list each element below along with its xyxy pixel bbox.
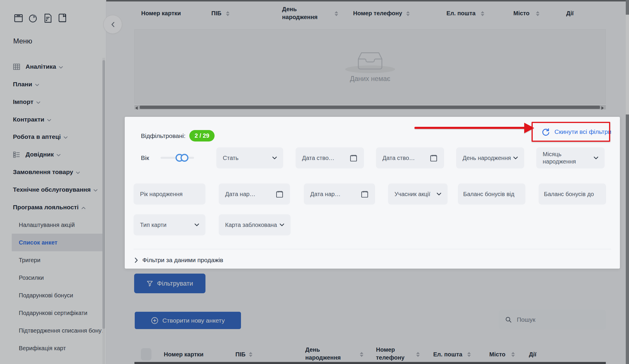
sidebar-item-goods-order[interactable]: Замовлення товару: [0, 163, 106, 181]
search-icon: [505, 316, 512, 323]
empty-inbox-icon: [357, 51, 384, 71]
chevron-left-icon: [111, 22, 115, 27]
sort-icon[interactable]: [467, 352, 471, 357]
calendar-icon: [276, 190, 284, 198]
sort-icon[interactable]: [335, 11, 338, 16]
sidebar-item-analytics[interactable]: Аналітика: [0, 58, 106, 75]
sidebar-item-contracts[interactable]: Контракти: [0, 111, 106, 128]
column-phone: Номертелефону: [376, 346, 404, 362]
sidebar-subitem-gift-certificates[interactable]: Подарункові сертифікати: [0, 304, 105, 322]
card-type-select[interactable]: Тип карти: [134, 214, 205, 235]
chip-label: Дата нар…: [225, 191, 255, 198]
grid-icon: [13, 63, 20, 70]
sidebar-item-label: Імпорт: [13, 98, 33, 105]
chip-label: Тип карти: [140, 222, 166, 228]
sidebar-item-directory[interactable]: Довідник: [0, 146, 106, 163]
horizontal-scrollbar-thumb[interactable]: [140, 106, 600, 109]
scroll-left-arrow-icon[interactable]: [135, 106, 138, 110]
chevron-down-icon: [437, 193, 441, 196]
menu-title: Меню: [13, 37, 32, 45]
subitem-label: Список анкет: [19, 239, 58, 246]
sidebar-item-label: Програма лояльності: [13, 204, 79, 211]
column-name: ПІБ: [235, 351, 245, 358]
search-input[interactable]: [516, 316, 600, 323]
annotation-arrow-line: [414, 127, 525, 129]
chip-label: День народження: [463, 155, 511, 161]
chevron-down-icon: [76, 171, 80, 174]
sort-icon[interactable]: [481, 11, 484, 16]
birth-year-input[interactable]: Рік народження: [134, 183, 205, 205]
birth-date-to-input[interactable]: Дата нар…: [304, 183, 375, 205]
sidebar-scrollbar-thumb[interactable]: [102, 60, 105, 329]
calendar-icon: [430, 154, 438, 162]
chip-label: Рік народження: [140, 191, 183, 198]
scroll-right-arrow-icon[interactable]: [601, 106, 604, 110]
sort-icon[interactable]: [249, 352, 252, 357]
bonus-balance-to-input[interactable]: Баланс бонусів до: [539, 183, 606, 205]
sidebar-item-plans[interactable]: Плани: [0, 75, 106, 93]
chip-label: Учасник акції: [394, 191, 430, 198]
chevron-down-icon: [195, 223, 199, 226]
bottom-table-scrollbar[interactable]: [134, 362, 606, 364]
chevron-down-icon: [47, 119, 51, 122]
filter-button-label: Фільтрувати: [157, 280, 193, 287]
sidebar-item-loyalty-program[interactable]: Програма лояльності: [0, 198, 106, 216]
page-scrollbar-thumb[interactable]: [626, 15, 629, 114]
filter-button[interactable]: Фільтрувати: [134, 274, 205, 293]
card-blocked-select[interactable]: Карта заблокована: [219, 214, 291, 235]
sidebar-subitem-mailings[interactable]: Розсилки: [0, 269, 105, 287]
search-box[interactable]: [499, 310, 606, 330]
column-birthday: Деньнародження: [282, 5, 318, 21]
funnel-icon: [146, 280, 153, 287]
calendar-icon: [361, 190, 369, 198]
sort-icon[interactable]: [536, 11, 539, 16]
document-icon: [43, 13, 53, 24]
bonus-balance-from-input[interactable]: Баланс бонусів від: [458, 183, 525, 205]
gender-select[interactable]: Стать: [216, 147, 283, 168]
column-city: Місто: [513, 10, 529, 17]
sales-filters-expander[interactable]: Фільтри за даними продажів: [134, 254, 223, 266]
birth-date-from-input[interactable]: Дата нар…: [219, 183, 290, 205]
chevron-down-icon: [35, 84, 39, 86]
empty-state-text: Даних немає: [135, 75, 606, 83]
annotation-highlight-box: [532, 122, 610, 142]
sidebar-subitem-promo-settings[interactable]: Налаштування акцій: [0, 216, 105, 234]
chip-label: Місяцьнародження: [543, 151, 576, 165]
column-phone: Номер телефону: [353, 10, 402, 17]
sort-icon[interactable]: [226, 11, 230, 16]
subitem-label: Подарункові бонуси: [19, 292, 73, 299]
sidebar-item-pharmacy-work[interactable]: Робота в аптеці: [0, 128, 106, 146]
chevron-down-icon: [94, 189, 97, 192]
sort-icon[interactable]: [416, 352, 420, 357]
sidebar-subitem-triggers[interactable]: Тригери: [0, 251, 105, 269]
date-created-to-input[interactable]: Дата ство…: [376, 147, 444, 168]
birth-month-select[interactable]: Місяцьнародження: [536, 147, 605, 168]
sidebar-subitem-bonus-writeoff-confirm[interactable]: Підтвердження списання бону…: [0, 322, 105, 339]
sort-icon[interactable]: [511, 352, 515, 357]
chevron-down-icon: [272, 156, 277, 159]
chevron-down-icon: [36, 101, 40, 104]
chevron-right-icon: [134, 257, 138, 263]
create-questionnaire-button[interactable]: Створити нову анкету: [135, 312, 241, 329]
sort-icon[interactable]: [406, 11, 410, 16]
archive-icon: [13, 13, 24, 24]
age-slider-handle-max[interactable]: [181, 154, 188, 162]
sort-icon[interactable]: [360, 352, 363, 357]
chevron-down-icon: [57, 154, 60, 156]
birth-day-select[interactable]: День народження: [456, 147, 524, 168]
column-card-number: Номер картки: [164, 351, 203, 358]
sidebar-subitem-card-verification[interactable]: Верифікація карт: [0, 339, 105, 357]
chip-label: Стать: [223, 155, 239, 161]
chevron-down-icon: [594, 156, 598, 159]
date-created-from-input[interactable]: Дата ство…: [296, 147, 364, 168]
column-actions: Дії: [566, 10, 574, 17]
sidebar-subitem-questionnaire-list[interactable]: Список анкет: [12, 234, 105, 251]
sidebar-collapse-button[interactable]: [103, 15, 122, 34]
promo-member-select[interactable]: Учасник акції: [388, 183, 448, 205]
sidebar-item-maintenance[interactable]: Технічне обслуговування: [0, 181, 106, 198]
chevron-down-icon: [64, 136, 68, 139]
sidebar-item-import[interactable]: Імпорт: [0, 93, 106, 111]
sidebar-subitem-gift-bonuses[interactable]: Подарункові бонуси: [0, 287, 105, 304]
subitem-label: Тригери: [19, 257, 41, 264]
select-all-checkbox[interactable]: [141, 348, 151, 360]
